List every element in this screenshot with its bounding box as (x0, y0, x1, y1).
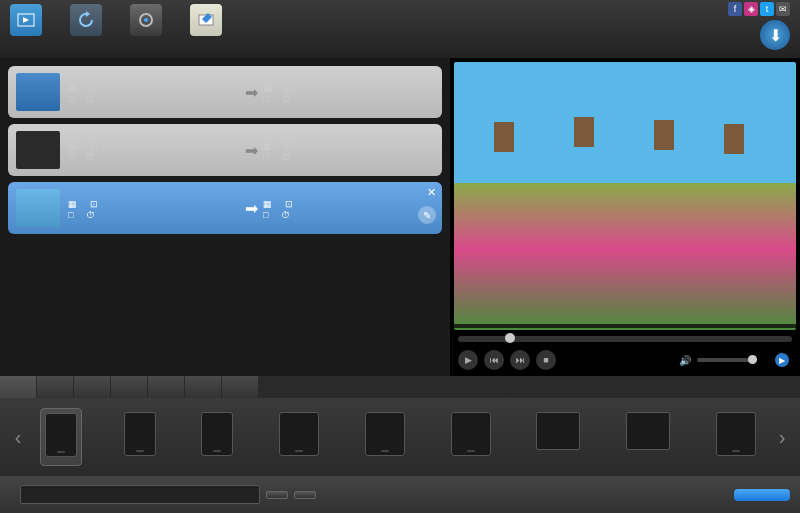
dest-info: ▦ ⊡ □ ⏱ (263, 196, 434, 221)
tablet-icon (716, 412, 756, 456)
gear-icon (130, 4, 162, 36)
phone-icon (124, 412, 156, 456)
queue-panel: ▦ ⊡ □ ⏱ ➡ ▦ ⊡ □ ⏱ ▦ ⊡ □ ⏱ ➡ ▦ ⊡ □ ⏱ (0, 58, 450, 376)
thumbnail (16, 189, 60, 227)
toolbar: f ◈ t ✉ ⬇ (0, 0, 800, 58)
volume-slider[interactable] (697, 358, 757, 362)
play-button[interactable]: ▶ (458, 350, 478, 370)
source-info: ▦ ⊡ □ ⏱ (68, 138, 239, 163)
film-add-icon (10, 4, 42, 36)
main-area: ▦ ⊡ □ ⏱ ➡ ▦ ⊡ □ ⏱ ▦ ⊡ □ ⏱ ➡ ▦ ⊡ □ ⏱ (0, 58, 800, 376)
queue-item[interactable]: ▦ ⊡ □ ⏱ ➡ ▦ ⊡ □ ⏱ (8, 124, 442, 176)
add-button[interactable] (10, 4, 42, 54)
queue-item[interactable]: ▦ ⊡ □ ⏱ ➡ ▦ ⊡ □ ⏱ (8, 66, 442, 118)
video-preview[interactable] (454, 62, 796, 330)
caption-text (454, 324, 796, 328)
arrow-icon: ➡ (239, 141, 263, 160)
tablet-icon (365, 412, 405, 456)
prev-button[interactable]: ⏮ (484, 350, 504, 370)
device-appletv3[interactable] (532, 408, 584, 466)
play-external[interactable]: ▶ (775, 353, 792, 367)
download-button[interactable]: ⬇ (760, 20, 790, 52)
device-appletv12[interactable] (622, 408, 674, 466)
arrow-icon: ➡ (239, 199, 263, 218)
tv-icon (626, 412, 670, 450)
refresh-icon (70, 4, 102, 36)
preview-panel: ▶ ⏮ ⏭ ■ 🔊 ▶ (450, 58, 800, 376)
dest-info: ▦ ⊡ □ ⏱ (263, 80, 434, 105)
destination-input[interactable] (20, 485, 260, 504)
thumbnail (16, 73, 60, 111)
tablet-icon (279, 412, 319, 456)
device-iphone4[interactable] (197, 408, 237, 466)
next-devices[interactable]: › (772, 426, 792, 449)
instagram-icon[interactable]: ◈ (744, 2, 758, 16)
convert-button[interactable] (70, 4, 102, 54)
prev-devices[interactable]: ‹ (8, 426, 28, 449)
queue-item-selected[interactable]: ▦ ⊡ □ ⏱ ➡ ▦ ⊡ □ ⏱ ✕ ✎ (8, 182, 442, 234)
open-button[interactable] (294, 491, 316, 499)
tablet-icon (451, 412, 491, 456)
phone-icon (201, 412, 233, 456)
stop-button[interactable]: ■ (536, 350, 556, 370)
device-iphone5[interactable] (120, 408, 160, 466)
social-links: f ◈ t ✉ (728, 2, 790, 16)
pencil-icon (190, 4, 222, 36)
tab-audio[interactable] (148, 376, 184, 398)
next-button[interactable]: ⏭ (510, 350, 530, 370)
device-ipad1[interactable] (712, 408, 760, 466)
browser-button[interactable] (266, 491, 288, 499)
download-icon: ⬇ (760, 20, 790, 50)
volume-icon[interactable]: 🔊 (679, 355, 691, 366)
close-icon[interactable]: ✕ (427, 186, 436, 199)
tab-video[interactable] (111, 376, 147, 398)
device-ipadmini[interactable] (447, 408, 495, 466)
tab-hdtv[interactable] (222, 376, 258, 398)
edit-button[interactable] (190, 4, 222, 54)
tab-hd[interactable] (185, 376, 221, 398)
tv-icon (536, 412, 580, 450)
tab-web[interactable] (74, 376, 110, 398)
svg-point-2 (144, 18, 148, 22)
chat-icon[interactable]: ✉ (776, 2, 790, 16)
facebook-icon[interactable]: f (728, 2, 742, 16)
source-info: ▦ ⊡ □ ⏱ (68, 80, 239, 105)
device-strip: ‹ › (0, 398, 800, 476)
thumbnail (16, 131, 60, 169)
dest-info: ▦ ⊡ □ ⏱ (263, 138, 434, 163)
device-ipadair[interactable] (275, 408, 323, 466)
category-tabs (0, 376, 800, 398)
player-controls: ▶ ⏮ ⏭ ■ 🔊 ▶ (454, 348, 796, 372)
device-iphone6plus[interactable] (40, 408, 82, 466)
edit-icon[interactable]: ✎ (418, 206, 436, 224)
tools-button[interactable] (130, 4, 162, 54)
footer-bar (0, 476, 800, 513)
device-ipad234[interactable] (361, 408, 409, 466)
source-info: ▦ ⊡ □ ⏱ (68, 196, 239, 221)
twitter-icon[interactable]: t (760, 2, 774, 16)
arrow-icon: ➡ (239, 83, 263, 102)
tab-editor[interactable] (37, 376, 73, 398)
device-list (28, 408, 772, 466)
phone-icon (45, 413, 77, 457)
seek-slider[interactable] (458, 336, 792, 342)
convert-main-button[interactable] (734, 489, 790, 501)
tab-devices[interactable] (0, 376, 36, 398)
player-icon: ▶ (775, 353, 789, 367)
